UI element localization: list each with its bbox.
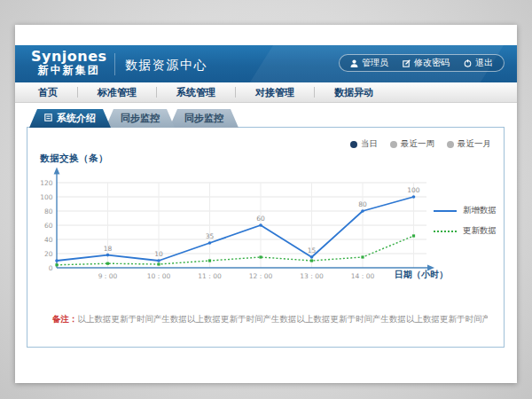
x-tick-label: 11 : 00: [198, 272, 222, 280]
radio-unselected-icon: [390, 141, 397, 148]
solid-line-icon: [434, 210, 457, 212]
data-point-label: 18: [104, 245, 113, 253]
tab-bar: 系统介绍 同步监控 同步监控: [29, 109, 239, 128]
app-window: Synjones 新中新集团 数据资源中心 管理员 修改密码: [15, 25, 517, 383]
y-tick-label: 20: [44, 250, 53, 258]
admin-user-button[interactable]: 管理员: [350, 57, 388, 69]
nav-item-connection-mgmt[interactable]: 对接管理: [236, 86, 314, 99]
y-tick-label: 80: [44, 207, 53, 215]
data-point: [412, 195, 416, 199]
chart-legend: 新增数据 更新数据: [434, 205, 497, 237]
y-axis-arrow-icon: [54, 168, 60, 175]
user-menu: 管理员 修改密码 退出: [339, 54, 505, 72]
data-point-label: 15: [308, 246, 317, 254]
x-axis-title: 日期（小时）: [395, 269, 448, 281]
logo-text-cn: 新中新集团: [31, 65, 107, 76]
header-divider: [114, 53, 115, 75]
note-label: 备注：: [52, 314, 78, 324]
data-point-label: 80: [358, 200, 367, 208]
data-point: [106, 262, 109, 265]
data-point: [157, 262, 160, 265]
power-icon: [464, 59, 472, 67]
data-point: [361, 209, 364, 213]
change-password-button[interactable]: 修改密码: [403, 57, 450, 69]
range-option-last-week[interactable]: 最近一周: [390, 138, 434, 150]
tab-sync-monitor-1[interactable]: 同步监控: [106, 109, 175, 128]
legend-updated-data-label: 更新数据: [463, 225, 497, 237]
radio-selected-icon: [350, 141, 357, 148]
range-option-last-month[interactable]: 最近一月: [447, 138, 491, 150]
y-tick-label: 0: [49, 264, 53, 272]
data-point-label: 35: [206, 232, 215, 240]
data-point: [55, 259, 59, 262]
y-tick-label: 120: [40, 179, 53, 187]
y-tick-label: 100: [40, 193, 53, 201]
desktop-background: Synjones 新中新集团 数据资源中心 管理员 修改密码: [0, 0, 532, 399]
data-point: [310, 259, 313, 262]
range-last-week-label: 最近一周: [401, 138, 434, 150]
data-point-label: 100: [407, 186, 420, 194]
y-axis-title: 数据交换（条）: [40, 153, 108, 165]
tab-system-intro[interactable]: 系统介绍: [29, 109, 111, 128]
logo-text-en: Synjones: [31, 49, 107, 65]
range-today-label: 当日: [361, 138, 378, 150]
nav-item-data-changes[interactable]: 数据异动: [315, 86, 393, 99]
legend-item-new-data[interactable]: 新增数据: [434, 205, 497, 216]
data-point: [259, 223, 262, 227]
data-point: [259, 255, 262, 258]
page-title: 数据资源中心: [125, 58, 207, 74]
x-tick-label: 13 : 00: [300, 272, 324, 280]
note-text: 以上数据更新于时间产生数据以上数据更新于时间产生数据以上数据更新于时间产生数据以…: [78, 314, 489, 324]
logout-button[interactable]: 退出: [464, 57, 493, 69]
main-nav: 首页 标准管理 系统管理 对接管理 数据异动: [15, 82, 517, 103]
range-option-today[interactable]: 当日: [350, 138, 378, 150]
company-logo: Synjones 新中新集团: [31, 49, 107, 76]
change-password-label: 修改密码: [414, 57, 450, 69]
edit-icon: [403, 59, 411, 67]
logout-label: 退出: [475, 57, 493, 69]
app-header: Synjones 新中新集团 数据资源中心 管理员 修改密码: [15, 45, 517, 82]
radio-unselected-icon: [447, 141, 454, 148]
data-point: [412, 234, 415, 237]
x-tick-label: 10 : 00: [147, 272, 171, 280]
legend-new-data-label: 新增数据: [463, 205, 497, 216]
time-range-group: 当日 最近一周 最近一月: [350, 138, 491, 150]
data-point-label: 60: [256, 215, 265, 223]
legend-item-updated-data[interactable]: 更新数据: [434, 225, 497, 237]
data-point: [106, 254, 110, 257]
tab-sync-monitor-2[interactable]: 同步监控: [169, 109, 239, 128]
x-tick-label: 14 : 00: [351, 272, 375, 280]
x-tick-label: 9 : 00: [98, 272, 118, 280]
nav-item-home[interactable]: 首页: [19, 86, 77, 99]
document-icon: [44, 109, 52, 128]
y-tick-label: 40: [44, 236, 53, 244]
content-panel: 当日 最近一周 最近一月 数据交换（条） 0204060801001209 : …: [27, 127, 505, 348]
data-point: [361, 255, 364, 258]
nav-item-standard-mgmt[interactable]: 标准管理: [78, 86, 156, 99]
data-point: [55, 263, 58, 266]
dotted-line-icon: [434, 231, 457, 232]
data-point: [157, 259, 160, 262]
data-point: [310, 255, 314, 259]
x-tick-label: 12 : 00: [249, 272, 273, 280]
footer-note: 备注：以上数据更新于时间产生数据以上数据更新于时间产生数据以上数据更新于时间产生…: [52, 314, 488, 325]
user-icon: [350, 59, 358, 67]
data-point: [208, 241, 212, 245]
nav-item-system-mgmt[interactable]: 系统管理: [157, 86, 235, 99]
data-point-label: 10: [154, 250, 163, 258]
y-tick-label: 60: [44, 222, 53, 230]
data-point: [208, 259, 211, 262]
admin-user-label: 管理员: [362, 57, 388, 69]
tab-system-intro-label: 系统介绍: [57, 109, 96, 128]
range-last-month-label: 最近一月: [458, 138, 491, 150]
